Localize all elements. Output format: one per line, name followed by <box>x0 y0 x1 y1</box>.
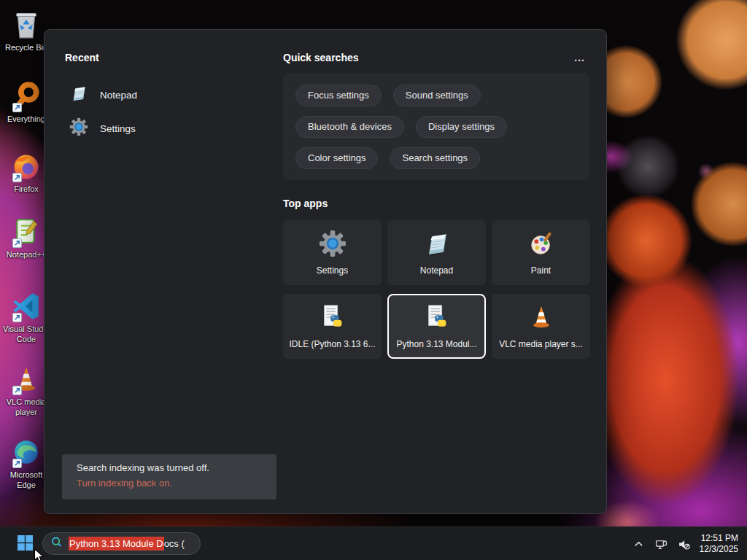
top-app-label: Settings <box>317 265 348 276</box>
edge-icon <box>10 436 42 468</box>
quick-search-pill[interactable]: Search settings <box>390 147 480 169</box>
quick-search-pill[interactable]: Sound settings <box>393 85 481 106</box>
notepad-icon <box>69 84 88 106</box>
taskbar: Python 3.13 Module Docs ( 12:51 PM 12/3/… <box>0 526 747 560</box>
top-app-tile-idle-python[interactable]: IDLE (Python 3.13 6... <box>283 294 382 359</box>
quick-searches-title: Quick searches <box>283 52 359 63</box>
top-app-tile-vlc[interactable]: VLC media player s... <box>492 294 590 359</box>
quick-searches-section: Quick searches ... Focus settings Sound … <box>283 52 589 180</box>
recent-section: Recent Notepad <box>65 52 262 145</box>
unselected-query-text: ocs ( <box>164 538 185 549</box>
network-icon[interactable] <box>654 534 669 554</box>
shortcut-arrow-icon <box>12 386 22 395</box>
turn-indexing-on-link[interactable]: Turn indexing back on. <box>77 478 276 489</box>
recent-item-label: Settings <box>100 123 136 134</box>
indexing-notice-message: Search indexing was turned off. <box>77 462 276 473</box>
shortcut-arrow-icon <box>12 103 22 112</box>
shortcut-arrow-icon <box>12 173 22 182</box>
top-app-label: IDLE (Python 3.13 6... <box>289 339 375 349</box>
vlc-icon <box>10 363 42 395</box>
quick-search-pill[interactable]: Bluetooth & devices <box>295 116 404 138</box>
shortcut-arrow-icon <box>12 313 22 322</box>
vscode-icon <box>10 290 42 322</box>
recent-item-settings[interactable]: Settings <box>65 112 262 145</box>
settings-gear-icon <box>319 230 347 260</box>
search-query-text: Python 3.13 Module Docs ( <box>69 538 185 549</box>
taskbar-search-input[interactable]: Python 3.13 Module Docs ( <box>42 532 201 555</box>
settings-gear-icon <box>69 117 88 139</box>
search-flyout-panel: Recent Notepad <box>44 29 607 514</box>
clock-time: 12:51 PM <box>700 533 738 544</box>
top-app-label: VLC media player s... <box>499 339 583 349</box>
top-apps-grid: Settings Notepad <box>283 220 590 359</box>
more-options-icon[interactable]: ... <box>570 53 589 62</box>
top-app-label: Paint <box>531 265 551 276</box>
top-app-tile-paint[interactable]: Paint <box>492 220 590 285</box>
indexing-notice: Search indexing was turned off. Turn ind… <box>62 454 276 499</box>
windows-logo-icon <box>18 535 33 553</box>
shortcut-arrow-icon <box>12 459 22 468</box>
notepad-icon <box>423 230 451 260</box>
volume-muted-icon[interactable] <box>677 534 692 554</box>
top-app-label: Python 3.13 Modul... <box>396 339 476 349</box>
top-app-tile-notepad[interactable]: Notepad <box>387 220 486 285</box>
python-doc-icon <box>423 303 451 334</box>
everything-search-icon <box>10 80 42 112</box>
vlc-icon <box>527 303 555 334</box>
firefox-icon <box>10 150 42 182</box>
top-apps-title: Top apps <box>283 198 328 209</box>
clock-date: 12/3/2025 <box>700 544 738 555</box>
search-icon <box>50 536 63 551</box>
recent-item-label: Notepad <box>100 90 137 101</box>
quick-search-pill[interactable]: Focus settings <box>295 85 382 106</box>
quick-search-pill[interactable]: Color settings <box>295 147 378 169</box>
recent-title: Recent <box>65 52 262 63</box>
top-app-tile-settings[interactable]: Settings <box>283 220 382 285</box>
tray-chevron-up-icon[interactable] <box>632 534 646 554</box>
system-tray: 12:51 PM 12/3/2025 <box>632 527 743 560</box>
quick-searches-card: Focus settings Sound settings Bluetooth … <box>283 73 589 180</box>
recycle-bin-icon <box>10 9 42 41</box>
top-app-label: Notepad <box>420 265 453 276</box>
selected-query-text: Python 3.13 Module D <box>69 537 164 551</box>
start-button[interactable] <box>13 532 36 556</box>
python-doc-icon <box>319 303 347 334</box>
paint-palette-icon <box>527 230 555 260</box>
shortcut-arrow-icon <box>12 238 22 248</box>
quick-search-pill[interactable]: Display settings <box>416 116 507 138</box>
clock[interactable]: 12:51 PM 12/3/2025 <box>700 533 743 555</box>
recent-item-notepad[interactable]: Notepad <box>65 78 262 112</box>
top-app-tile-python-module-docs[interactable]: Python 3.13 Modul... <box>387 294 486 359</box>
notepad-plus-plus-icon <box>10 216 42 248</box>
